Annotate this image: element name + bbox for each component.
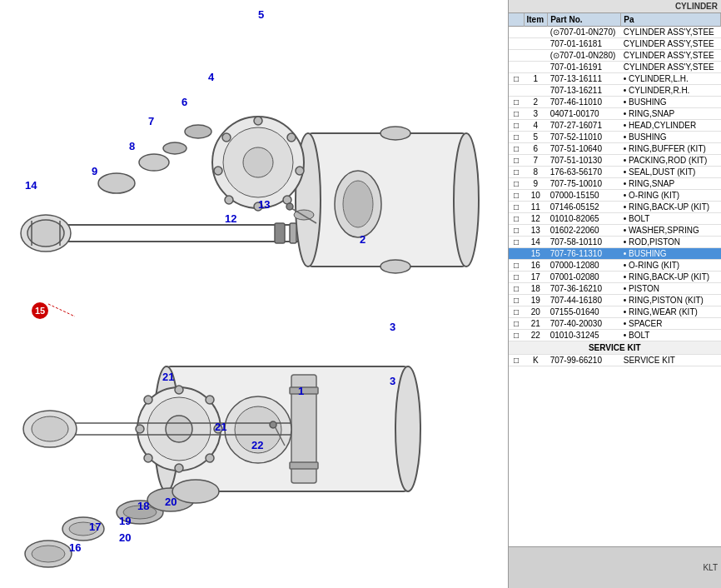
row-checkbox[interactable]: □ <box>509 260 524 272</box>
row-description: • BOLT <box>621 330 721 341</box>
svg-rect-7 <box>308 133 466 267</box>
table-row[interactable]: □2707-46-11010• BUSHING <box>509 97 721 108</box>
diagram-area: 5 4 6 7 8 9 14 12 13 2 3 3 1 21 21 22 18… <box>0 0 508 588</box>
row-checkbox[interactable]: □ <box>509 318 524 330</box>
table-row[interactable]: □21707-40-20030• SPACER <box>509 318 721 330</box>
row-description: CYLINDER ASS'Y,STEE <box>621 27 721 38</box>
row-checkbox[interactable]: □ <box>509 306 524 318</box>
row-checkbox[interactable] <box>509 27 524 38</box>
row-checkbox[interactable]: □ <box>509 97 524 108</box>
row-checkbox[interactable]: □ <box>509 120 524 132</box>
table-row[interactable]: □1607000-12080• O-RING (KIT) <box>509 260 721 272</box>
row-checkbox[interactable] <box>509 85 524 97</box>
row-item: 18 <box>524 283 548 295</box>
parts-table[interactable]: Item Part No. Pa (⊙707-01-0N270)CYLINDER… <box>509 13 721 546</box>
row-checkbox[interactable]: □ <box>509 272 524 283</box>
row-partno: 01010-31245 <box>548 330 621 341</box>
label-6: 6 <box>181 96 187 108</box>
row-checkbox[interactable]: □ <box>509 155 524 167</box>
table-row[interactable]: □304071-00170• RING,SNAP <box>509 108 721 120</box>
row-checkbox[interactable]: □ <box>509 167 524 178</box>
label-4: 4 <box>208 71 214 83</box>
row-description: • PACKING,ROD (KIT) <box>621 155 721 167</box>
row-checkbox[interactable]: □ <box>509 283 524 295</box>
row-checkbox[interactable] <box>509 38 524 50</box>
label-1: 1 <box>298 385 304 397</box>
table-row[interactable]: 707-01-16181CYLINDER ASS'Y,STEE <box>509 38 721 50</box>
row-description: • O-RING (KIT) <box>621 190 721 202</box>
row-item <box>524 38 548 50</box>
row-checkbox[interactable]: □ <box>509 190 524 202</box>
row-checkbox[interactable]: □ <box>509 295 524 306</box>
row-item: 11 <box>524 202 548 213</box>
svg-point-37 <box>175 464 183 472</box>
row-checkbox[interactable]: □ <box>509 213 524 225</box>
row-description: • RING,BUFFER (KIT) <box>621 143 721 155</box>
row-partno: 707-51-10130 <box>548 155 621 167</box>
row-checkbox[interactable]: □ <box>509 355 524 366</box>
row-description: • SEAL,DUST (KIT) <box>621 167 721 178</box>
table-row[interactable]: (⊙707-01-0N270)CYLINDER ASS'Y,STEE <box>509 27 721 38</box>
table-row[interactable]: □1301602-22060• WASHER,SPRING <box>509 225 721 237</box>
table-row[interactable]: 707-13-16211• CYLINDER,R.H. <box>509 85 721 97</box>
row-checkbox[interactable]: □ <box>509 143 524 155</box>
row-description: • RING,PISTON (KIT) <box>621 295 721 306</box>
table-row[interactable]: □9707-75-10010• RING,SNAP <box>509 178 721 190</box>
table-row[interactable]: □18707-36-16210• PISTON <box>509 283 721 295</box>
table-row[interactable]: □19707-44-16180• RING,PISTON (KIT) <box>509 295 721 306</box>
table-row[interactable]: □K707-99-66210SERVICE KIT <box>509 355 721 366</box>
label-20b: 20 <box>119 531 131 544</box>
row-partno: 707-40-20030 <box>548 318 621 330</box>
row-partno: 707-01-16181 <box>548 38 621 50</box>
row-checkbox[interactable]: □ <box>509 330 524 341</box>
row-checkbox[interactable]: □ <box>509 237 524 248</box>
row-partno: 07000-15150 <box>548 190 621 202</box>
label-5: 5 <box>258 8 264 21</box>
row-checkbox[interactable] <box>509 62 524 73</box>
table-row[interactable]: □1107146-05152• RING,BACK-UP (KIT) <box>509 202 721 213</box>
svg-rect-0 <box>0 0 508 588</box>
row-description: SERVICE KIT <box>621 355 721 366</box>
table-row[interactable]: □1007000-15150• O-RING (KIT) <box>509 190 721 202</box>
table-row[interactable]: □1707001-02080• RING,BACK-UP (KIT) <box>509 272 721 283</box>
row-description: • BOLT <box>621 213 721 225</box>
row-partno: (⊙707-01-0N280) <box>548 50 621 62</box>
table-row[interactable]: □2007155-01640• RING,WEAR (KIT) <box>509 306 721 318</box>
table-row[interactable]: □4707-27-16071• HEAD,CYLINDER <box>509 120 721 132</box>
svg-point-66 <box>270 421 276 428</box>
table-row[interactable]: □14707-58-10110• ROD,PISTON <box>509 237 721 248</box>
row-item: 10 <box>524 190 548 202</box>
row-description: CYLINDER ASS'Y,STEE <box>621 62 721 73</box>
table-row[interactable]: □8176-63-56170• SEAL,DUST (KIT) <box>509 167 721 178</box>
row-description: • RING,SNAP <box>621 108 721 120</box>
table-row[interactable]: □5707-52-11010• BUSHING <box>509 132 721 143</box>
svg-rect-22 <box>290 223 296 243</box>
table-row[interactable]: □6707-51-10640• RING,BUFFER (KIT) <box>509 143 721 155</box>
label-21b: 21 <box>215 421 226 433</box>
row-checkbox[interactable]: □ <box>509 178 524 190</box>
svg-point-19 <box>214 167 222 175</box>
row-description: CYLINDER ASS'Y,STEE <box>621 38 721 50</box>
row-checkbox[interactable] <box>509 50 524 62</box>
row-checkbox[interactable]: □ <box>509 132 524 143</box>
table-row[interactable]: □1201010-82065• BOLT <box>509 213 721 225</box>
label-22: 22 <box>251 439 263 451</box>
svg-point-13 <box>254 117 262 125</box>
table-row[interactable]: 15707-76-11310• BUSHING <box>509 248 721 260</box>
row-partno: 01010-82065 <box>548 213 621 225</box>
table-row[interactable]: □1707-13-16111• CYLINDER,L.H. <box>509 73 721 85</box>
row-description: • O-RING (KIT) <box>621 260 721 272</box>
row-partno: 707-44-16180 <box>548 295 621 306</box>
svg-point-60 <box>286 203 293 210</box>
row-checkbox[interactable]: □ <box>509 73 524 85</box>
row-partno: 07155-01640 <box>548 306 621 318</box>
row-checkbox[interactable]: □ <box>509 108 524 120</box>
table-row[interactable]: (⊙707-01-0N280)CYLINDER ASS'Y,STEE <box>509 50 721 62</box>
svg-point-53 <box>172 480 219 503</box>
row-checkbox[interactable] <box>509 248 524 260</box>
table-row[interactable]: □2201010-31245• BOLT <box>509 330 721 341</box>
table-row[interactable]: □7707-51-10130• PACKING,ROD (KIT) <box>509 155 721 167</box>
row-checkbox[interactable]: □ <box>509 202 524 213</box>
table-row[interactable]: 707-01-16191CYLINDER ASS'Y,STEE <box>509 62 721 73</box>
row-checkbox[interactable]: □ <box>509 225 524 237</box>
